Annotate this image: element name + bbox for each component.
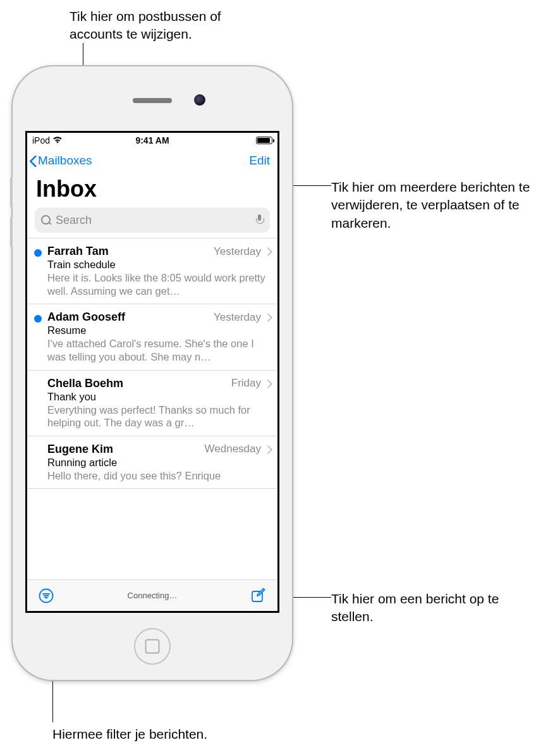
message-date: Yesterday [214, 311, 261, 324]
clock: 9:41 AM [27, 135, 277, 145]
unread-dot-icon [34, 249, 42, 257]
search-input[interactable]: Search [35, 207, 270, 233]
message-subject: Thank you [47, 391, 270, 403]
message-preview: Here it is. Looks like the 8:05 would wo… [47, 271, 270, 297]
message-sender: Farrah Tam [47, 245, 109, 258]
message-sender: Chella Boehm [47, 377, 123, 390]
navigation-bar: Mailboxes Edit [27, 148, 277, 173]
battery-icon [256, 137, 272, 144]
message-preview: I've attached Carol's resume. She's the … [47, 337, 270, 363]
chevron-right-icon [265, 445, 270, 453]
message-date: Wednesday [205, 443, 261, 455]
message-row[interactable]: Adam GooseffYesterdayResumeI've attached… [27, 304, 277, 369]
screen: iPod 9:41 AM Mailboxes Edit Inbox Search [25, 131, 279, 613]
volume-up-button [10, 177, 13, 207]
message-preview: Everything was perfect! Thanks so much f… [47, 404, 270, 429]
callout-filter: Hiermee filter je berichten. [52, 725, 274, 743]
search-placeholder: Search [56, 214, 92, 227]
callout-mailboxes: Tik hier om postbussen of accounts te wi… [70, 8, 247, 44]
callout-compose: Tik hier om een bericht op te stellen. [331, 590, 521, 626]
message-date: Friday [231, 377, 261, 390]
message-sender: Eugene Kim [47, 443, 113, 456]
status-bar: iPod 9:41 AM [27, 133, 277, 148]
toolbar: Connecting… [27, 579, 277, 611]
page-title: Inbox [27, 173, 277, 207]
message-preview: Hello there, did you see this? Enrique [47, 469, 270, 483]
message-sender: Adam Gooseff [47, 311, 125, 324]
message-date: Yesterday [214, 245, 261, 258]
volume-down-button [10, 217, 13, 247]
callout-edit: Tik hier om meerdere berichten te verwij… [331, 178, 552, 232]
camera-dot [194, 94, 205, 106]
device-frame: iPod 9:41 AM Mailboxes Edit Inbox Search [13, 66, 292, 680]
message-list[interactable]: Farrah TamYesterdayTrain scheduleHere it… [27, 238, 277, 579]
unread-dot-icon [34, 315, 42, 323]
compose-button[interactable] [250, 587, 267, 605]
carrier-label: iPod [32, 135, 50, 145]
message-row[interactable]: Chella BoehmFridayThank youEverything wa… [27, 370, 277, 436]
chevron-right-icon [265, 247, 270, 256]
chevron-left-icon [28, 154, 37, 168]
back-label: Mailboxes [38, 154, 92, 168]
chevron-right-icon [265, 379, 270, 388]
message-row[interactable]: Eugene KimWednesdayRunning articleHello … [27, 436, 277, 490]
edit-button[interactable]: Edit [249, 154, 274, 168]
message-subject: Train schedule [47, 259, 270, 271]
home-button[interactable] [134, 628, 171, 665]
message-subject: Resume [47, 324, 270, 336]
message-row[interactable]: Farrah TamYesterdayTrain scheduleHere it… [27, 238, 277, 304]
message-subject: Running article [47, 457, 270, 469]
chevron-right-icon [265, 313, 270, 321]
search-icon [41, 215, 52, 226]
filter-button[interactable] [37, 587, 55, 605]
toolbar-status: Connecting… [27, 591, 277, 600]
microphone-icon[interactable] [255, 214, 264, 226]
mailboxes-back-button[interactable]: Mailboxes [28, 154, 92, 168]
wifi-icon [52, 135, 63, 145]
